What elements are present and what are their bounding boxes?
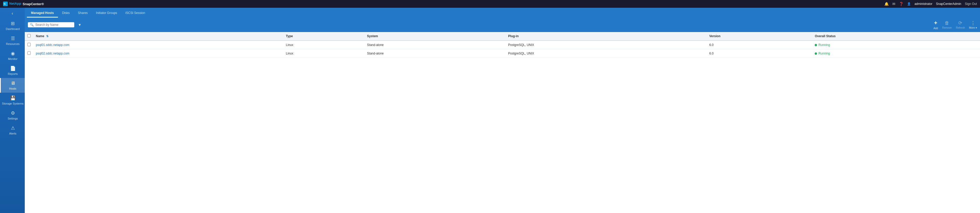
remove-button[interactable]: 🗑 Remove	[942, 21, 951, 29]
sidebar-label-reports: Reports	[8, 72, 18, 75]
row-checkbox-cell	[25, 40, 33, 49]
refresh-button[interactable]: ⟳ Refresh	[956, 20, 965, 29]
sidebar-item-alerts[interactable]: ⚠ Alerts	[0, 123, 25, 138]
tab-initiator-groups[interactable]: Initiator Groups	[92, 9, 121, 18]
sidebar-label-storage-systems: Storage Systems	[2, 102, 24, 105]
status-label: Running	[818, 52, 830, 55]
row-status-cell: Running	[812, 49, 980, 58]
dashboard-icon: ⊞	[11, 21, 15, 26]
remove-label: Remove	[942, 26, 951, 29]
header-version: Version	[706, 32, 812, 40]
user-icon: 👤	[907, 2, 911, 6]
table-row: psql02.sddc.netapp.com Linux Stand-alone…	[25, 49, 980, 58]
navbar-brand-area: N NetApp SnapCenter®	[3, 2, 44, 6]
filter-button[interactable]: ▼	[76, 22, 83, 27]
tab-shares[interactable]: Shares	[74, 9, 92, 18]
more-label: More ▾	[969, 26, 977, 29]
settings-icon: ⚙	[11, 110, 15, 116]
toolbar-right: + Add 🗑 Remove ⟳ Refresh ⋮ More ▾	[933, 19, 977, 30]
refresh-icon: ⟳	[958, 20, 962, 26]
search-icon: 🔍	[30, 23, 34, 27]
sidebar: ‹ ⊞ Dashboard ☰ Resources ◉ Monitor 📄 Re…	[0, 8, 25, 213]
add-icon: +	[934, 19, 937, 26]
add-button[interactable]: + Add	[933, 19, 938, 30]
tab-managed-hosts[interactable]: Managed Hosts	[27, 9, 58, 18]
svg-text:N: N	[3, 3, 5, 5]
bell-icon[interactable]: 🔔	[885, 2, 889, 6]
monitor-icon: ◉	[11, 51, 15, 56]
sidebar-item-storage-systems[interactable]: 💾 Storage Systems	[0, 93, 25, 108]
username-label[interactable]: administrator	[915, 2, 932, 6]
header-name: Name ⇅	[33, 32, 283, 40]
sub-navigation: Managed Hosts Disks Shares Initiator Gro…	[25, 8, 980, 18]
alerts-icon: ⚠	[11, 125, 15, 131]
status-dot-icon	[815, 44, 817, 46]
row-type-cell: Linux	[283, 49, 365, 58]
row-system-cell: Stand-alone	[364, 40, 506, 49]
tenant-label[interactable]: SnapCenterAdmin	[936, 2, 961, 6]
row-type-cell: Linux	[283, 40, 365, 49]
table-row: psql01.sddc.netapp.com Linux Stand-alone…	[25, 40, 980, 49]
header-checkbox-cell	[25, 32, 33, 40]
header-system: System	[364, 32, 506, 40]
sidebar-item-hosts[interactable]: 🖥 Hosts	[0, 78, 25, 93]
row-checkbox-1[interactable]	[27, 51, 31, 55]
header-plugin: Plug-in	[506, 32, 706, 40]
header-status: Overall Status	[812, 32, 980, 40]
host-link-1[interactable]: psql02.sddc.netapp.com	[36, 52, 69, 55]
hosts-icon: 🖥	[11, 80, 15, 86]
search-box: 🔍	[28, 22, 74, 27]
more-icon: ⋮	[971, 20, 975, 26]
sidebar-label-alerts: Alerts	[9, 132, 16, 135]
sidebar-item-dashboard[interactable]: ⊞ Dashboard	[0, 18, 25, 33]
top-navbar: N NetApp SnapCenter® 🔔 ✉ ❓ 👤 administrat…	[0, 0, 980, 8]
row-version-cell: 6.0	[706, 49, 812, 58]
row-system-cell: Stand-alone	[364, 49, 506, 58]
row-plugin-cell: PostgreSQL, UNIX	[506, 49, 706, 58]
refresh-label: Refresh	[956, 26, 965, 29]
row-checkbox-0[interactable]	[27, 43, 31, 46]
select-all-checkbox[interactable]	[27, 34, 31, 37]
header-type: Type	[283, 32, 365, 40]
sidebar-label-settings: Settings	[8, 117, 18, 120]
sidebar-collapse-button[interactable]: ‹	[0, 9, 25, 18]
sort-name-icon[interactable]: ⇅	[46, 35, 48, 38]
row-name-cell: psql01.sddc.netapp.com	[33, 40, 283, 49]
status-dot-icon	[815, 53, 817, 55]
table-body: psql01.sddc.netapp.com Linux Stand-alone…	[25, 40, 980, 58]
content-area: Managed Hosts Disks Shares Initiator Gro…	[25, 8, 980, 213]
help-icon[interactable]: ❓	[899, 2, 904, 6]
row-plugin-cell: PostgreSQL, UNIX	[506, 40, 706, 49]
resources-icon: ☰	[11, 36, 15, 41]
host-link-0[interactable]: psql01.sddc.netapp.com	[36, 43, 69, 47]
toolbar: 🔍 ▼ + Add 🗑 Remove ⟳ Refresh	[25, 18, 980, 32]
more-button[interactable]: ⋮ More ▾	[969, 20, 977, 29]
toolbar-left: 🔍 ▼	[28, 22, 83, 27]
status-label: Running	[818, 43, 830, 47]
sidebar-label-monitor: Monitor	[8, 57, 18, 61]
sidebar-item-settings[interactable]: ⚙ Settings	[0, 108, 25, 123]
table-header: Name ⇅ Type System Plug-in	[25, 32, 980, 40]
reports-icon: 📄	[10, 66, 16, 71]
sidebar-item-reports[interactable]: 📄 Reports	[0, 63, 25, 78]
row-status-cell: Running	[812, 40, 980, 49]
add-label: Add	[933, 27, 938, 30]
hosts-table-container: Name ⇅ Type System Plug-in	[25, 32, 980, 213]
storage-icon: 💾	[10, 95, 16, 101]
row-name-cell: psql02.sddc.netapp.com	[33, 49, 283, 58]
sidebar-label-resources: Resources	[6, 42, 20, 45]
netapp-logo: N NetApp	[3, 2, 21, 6]
navbar-right: 🔔 ✉ ❓ 👤 administrator SnapCenterAdmin Si…	[885, 2, 977, 6]
tab-disks[interactable]: Disks	[58, 9, 74, 18]
search-input[interactable]	[35, 23, 72, 27]
hosts-table: Name ⇅ Type System Plug-in	[25, 32, 980, 58]
main-layout: ‹ ⊞ Dashboard ☰ Resources ◉ Monitor 📄 Re…	[0, 8, 980, 213]
remove-icon: 🗑	[945, 21, 949, 26]
mail-icon[interactable]: ✉	[892, 2, 896, 6]
tab-iscsi-session[interactable]: iSCSI Session	[121, 9, 150, 18]
sidebar-item-monitor[interactable]: ◉ Monitor	[0, 48, 25, 63]
sidebar-item-resources[interactable]: ☰ Resources	[0, 33, 25, 48]
row-checkbox-cell	[25, 49, 33, 58]
app-brand: N NetApp SnapCenter®	[3, 2, 44, 6]
signout-link[interactable]: Sign Out	[965, 2, 977, 6]
